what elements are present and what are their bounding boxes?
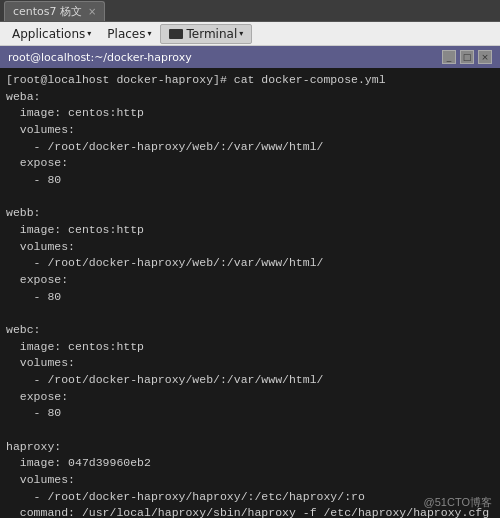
tab-bar: centos7 杨文 × [0,0,500,22]
window-title-bar: root@localhost:~/docker-haproxy _ □ × [0,46,500,68]
terminal-arrow-icon: ▾ [239,29,243,38]
window-controls: _ □ × [442,50,492,64]
maximize-button[interactable]: □ [460,50,474,64]
tab-close-button[interactable]: × [88,6,96,17]
applications-arrow-icon: ▾ [87,29,91,38]
places-menu[interactable]: Places ▾ [99,23,159,45]
menu-bar: Applications ▾ Places ▾ Terminal ▾ [0,22,500,46]
terminal-output[interactable]: [root@localhost docker-haproxy]# cat doc… [0,68,500,518]
tab-label: centos7 杨文 [13,4,82,19]
minimize-button[interactable]: _ [442,50,456,64]
close-button[interactable]: × [478,50,492,64]
places-arrow-icon: ▾ [147,29,151,38]
terminal-label: Terminal [187,27,238,41]
tab-centos7[interactable]: centos7 杨文 × [4,1,105,21]
terminal-icon [169,29,183,39]
places-label: Places [107,27,145,41]
watermark: @51CTO博客 [424,495,492,510]
terminal-menu[interactable]: Terminal ▾ [160,24,253,44]
applications-menu[interactable]: Applications ▾ [4,23,99,45]
window-path: root@localhost:~/docker-haproxy [8,51,192,64]
applications-label: Applications [12,27,85,41]
